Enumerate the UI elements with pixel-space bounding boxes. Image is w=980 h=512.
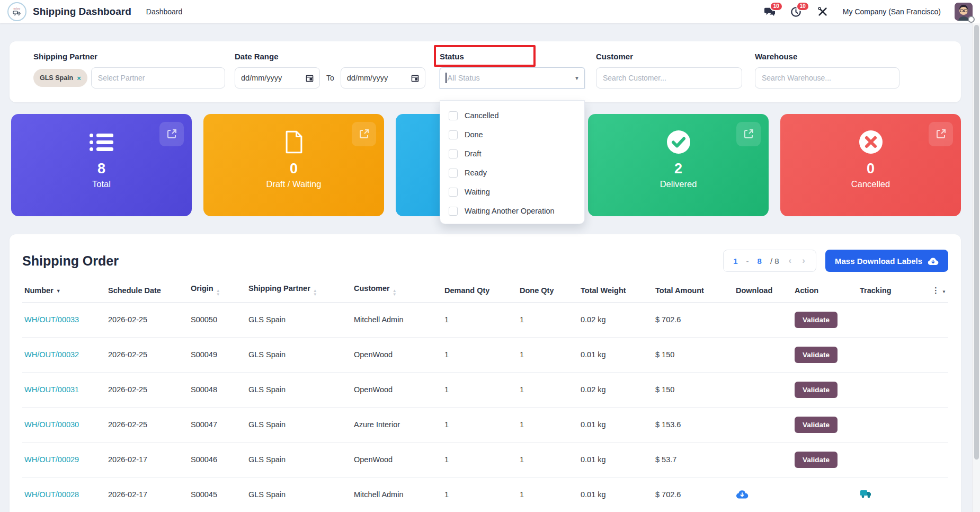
company-switcher[interactable]: My Company (San Francisco) xyxy=(843,7,941,16)
validate-button[interactable]: Validate xyxy=(795,417,838,433)
status-option-checkbox[interactable] xyxy=(449,111,458,120)
page-dash: - xyxy=(746,257,749,266)
date-from-input[interactable]: dd/mm/yyyy xyxy=(235,67,320,89)
stat-card-cancelled[interactable]: 0 Cancelled xyxy=(780,114,961,216)
presence-indicator xyxy=(968,16,975,23)
warehouse-search-input[interactable] xyxy=(755,67,899,89)
order-number-link[interactable]: WH/OUT/00028 xyxy=(24,490,79,499)
demand-qty-cell: 1 xyxy=(442,477,518,512)
origin-cell: S00048 xyxy=(189,372,246,407)
status-option[interactable]: Done xyxy=(440,125,584,144)
order-number-link[interactable]: WH/OUT/00029 xyxy=(24,455,79,464)
validate-button[interactable]: Validate xyxy=(795,452,838,468)
action-cell: Validate xyxy=(792,302,858,337)
sort-icon: ▲▼ xyxy=(313,289,317,296)
schedule-date-cell: 2026-02-25 xyxy=(106,337,189,372)
total-weight-cell: 0.01 kg xyxy=(578,407,653,442)
column-header[interactable]: Customer▲▼ xyxy=(352,279,442,302)
date-to-label: To xyxy=(326,74,334,82)
column-header[interactable]: Number▼ xyxy=(22,279,106,302)
status-option[interactable]: Waiting xyxy=(440,182,584,201)
order-number-link[interactable]: WH/OUT/00032 xyxy=(24,350,79,359)
text-cursor xyxy=(446,73,447,83)
status-option-label: Waiting Another Operation xyxy=(465,207,555,215)
column-header[interactable]: Total Amount xyxy=(653,279,734,302)
column-header[interactable]: Tracking xyxy=(858,279,916,302)
order-number-link[interactable]: WH/OUT/00031 xyxy=(24,385,79,394)
done-qty-cell: 1 xyxy=(518,372,578,407)
validate-button[interactable]: Validate xyxy=(795,312,838,328)
status-option-label: Draft xyxy=(465,149,481,158)
prev-page-icon[interactable]: ‹ xyxy=(788,255,793,266)
status-option-checkbox[interactable] xyxy=(449,130,458,139)
status-option-checkbox[interactable] xyxy=(449,149,458,158)
tracking-cell xyxy=(858,337,916,372)
mass-download-labels-button[interactable]: Mass Download Labels xyxy=(825,250,948,272)
status-select[interactable]: All Status ▼ xyxy=(440,67,585,89)
date-to-input[interactable]: dd/mm/yyyy xyxy=(341,67,425,89)
column-header[interactable]: Action xyxy=(792,279,858,302)
customer-cell: Mitchell Admin xyxy=(352,477,442,512)
activities-button[interactable]: 10 xyxy=(790,5,803,18)
stat-label: Delivered xyxy=(660,179,697,189)
status-option[interactable]: Ready xyxy=(440,163,584,182)
status-option[interactable]: Draft xyxy=(440,144,584,163)
column-header[interactable]: Schedule Date xyxy=(106,279,189,302)
validate-button[interactable]: Validate xyxy=(795,347,838,363)
page-start[interactable]: 1 xyxy=(733,257,737,266)
customer-search-input[interactable] xyxy=(596,67,742,89)
column-header[interactable]: Total Weight xyxy=(578,279,653,302)
shipping-partner-cell: GLS Spain xyxy=(246,477,352,512)
status-option[interactable]: Waiting Another Operation xyxy=(440,201,584,220)
page-end[interactable]: 8 xyxy=(758,257,762,266)
stat-value: 8 xyxy=(97,161,105,176)
x-circle-icon xyxy=(859,130,883,154)
external-link-icon[interactable] xyxy=(159,122,184,146)
remove-tag-icon[interactable]: × xyxy=(77,74,81,82)
customer-cell: Azure Interior xyxy=(352,407,442,442)
column-header[interactable]: Origin▲▼ xyxy=(189,279,246,302)
status-option-checkbox[interactable] xyxy=(449,207,458,216)
schedule-date-cell: 2026-02-17 xyxy=(106,442,189,477)
validate-button[interactable]: Validate xyxy=(795,382,838,398)
download-cell xyxy=(734,337,792,372)
tracking-cell[interactable] xyxy=(858,477,916,512)
external-link-icon[interactable] xyxy=(929,122,953,146)
stat-label: Cancelled xyxy=(851,179,890,189)
partner-search-input[interactable] xyxy=(91,67,225,89)
column-settings-button[interactable]: ⋮ ▼ xyxy=(916,279,948,302)
top-bar: odoo Shipping Dashboard Dashboard 10 10 xyxy=(0,0,980,23)
status-option-checkbox[interactable] xyxy=(449,188,458,197)
shipping-partner-cell: GLS Spain xyxy=(246,372,352,407)
app-title: Shipping Dashboard xyxy=(33,6,131,17)
download-cell[interactable] xyxy=(734,477,792,512)
messages-button[interactable]: 10 xyxy=(763,5,776,18)
stat-card-total[interactable]: 8 Total xyxy=(11,114,192,216)
order-number-link[interactable]: WH/OUT/00030 xyxy=(24,420,79,429)
stat-card-draft-waiting[interactable]: 0 Draft / Waiting xyxy=(203,114,384,216)
status-option[interactable]: Cancelled xyxy=(440,106,584,125)
status-option-checkbox[interactable] xyxy=(449,169,458,178)
status-option-label: Ready xyxy=(465,169,487,177)
check-circle-icon xyxy=(666,130,691,154)
column-header[interactable]: Shipping Partner▲▼ xyxy=(246,279,352,302)
column-header[interactable]: Download xyxy=(734,279,792,302)
app-logo-icon[interactable]: odoo xyxy=(7,2,26,21)
list-icon xyxy=(90,130,113,154)
column-header[interactable]: Demand Qty xyxy=(442,279,518,302)
next-page-icon[interactable]: › xyxy=(801,255,806,266)
user-avatar[interactable] xyxy=(955,3,973,21)
table-row: WH/OUT/000292026-02-17S00046GLS SpainOpe… xyxy=(22,442,948,477)
external-link-icon[interactable] xyxy=(736,122,761,146)
filter-date-range: Date Range dd/mm/yyyy To dd/mm/yyyy xyxy=(235,52,425,89)
scrollbar[interactable] xyxy=(972,23,980,512)
menu-dashboard[interactable]: Dashboard xyxy=(146,7,183,16)
debug-tools-button[interactable] xyxy=(816,5,829,18)
order-number-link[interactable]: WH/OUT/00033 xyxy=(24,315,79,324)
stat-card-delivered[interactable]: 2 Delivered xyxy=(588,114,769,216)
external-link-icon[interactable] xyxy=(352,122,376,146)
column-header[interactable]: Done Qty xyxy=(518,279,578,302)
row-end-cell xyxy=(916,407,948,442)
schedule-date-cell: 2026-02-17 xyxy=(106,477,189,512)
scrollbar-thumb[interactable] xyxy=(974,25,979,460)
